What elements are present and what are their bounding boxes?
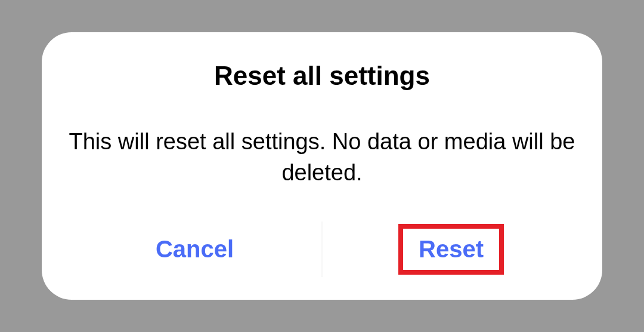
dialog-button-row: Cancel Reset: [66, 224, 578, 275]
reset-button-highlight: Reset: [398, 224, 504, 275]
button-divider: [322, 222, 323, 277]
dialog-message: This will reset all settings. No data or…: [66, 127, 578, 188]
cancel-button[interactable]: Cancel: [140, 229, 249, 270]
dialog-title: Reset all settings: [214, 61, 430, 91]
reset-settings-dialog: Reset all settings This will reset all s…: [42, 32, 602, 300]
reset-button[interactable]: Reset: [403, 229, 499, 270]
